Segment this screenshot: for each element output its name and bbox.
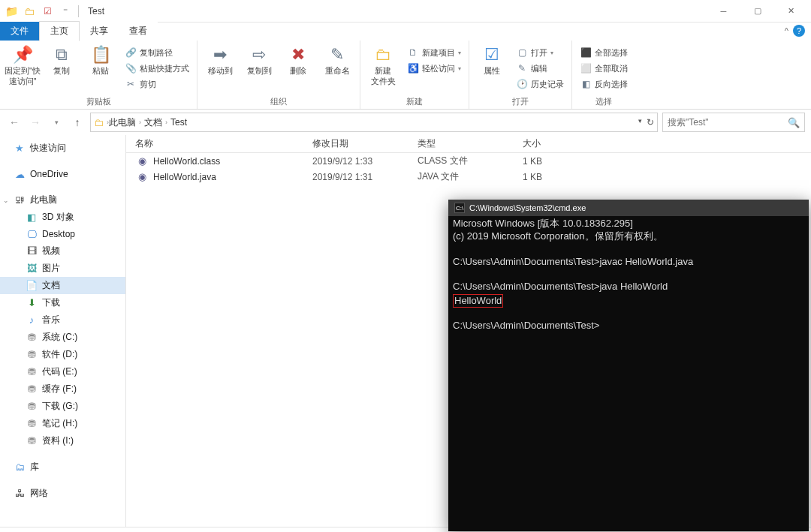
rename-button[interactable]: ✎重命名 — [319, 42, 355, 77]
address-folder-icon: 🗀 — [94, 117, 104, 128]
music-icon: ♪ — [26, 314, 38, 326]
cube-icon: ◧ — [26, 212, 38, 224]
col-date[interactable]: 修改日期 — [306, 137, 412, 150]
search-box[interactable]: 🔍 — [662, 113, 805, 132]
paste-button[interactable]: 📋粘贴 — [83, 42, 119, 77]
sidebar-item-drive-f[interactable]: ⛃缓存 (F:) — [0, 380, 125, 398]
paste-shortcut-button[interactable]: 📎粘贴快捷方式 — [122, 61, 192, 76]
tab-file[interactable]: 文件 — [0, 22, 39, 41]
qat-check-icon[interactable]: ☑ — [39, 3, 56, 20]
address-dropdown-icon[interactable]: ▾ — [638, 117, 642, 128]
search-icon[interactable]: 🔍 — [788, 117, 800, 128]
tab-view[interactable]: 查看 — [119, 22, 158, 41]
newfolder-icon: 🗀 — [375, 45, 391, 65]
sidebar-item-pictures[interactable]: 🖼图片 — [0, 260, 125, 277]
new-folder-button[interactable]: 🗀新建 文件夹 — [365, 42, 401, 86]
select-none-button[interactable]: ⬜全部取消 — [577, 61, 631, 76]
new-item-button[interactable]: 🗋新建项目▾ — [404, 45, 464, 60]
expand-icon[interactable]: ⌄ — [3, 197, 9, 204]
open-button[interactable]: ▢打开▾ — [513, 45, 567, 60]
col-name[interactable]: 名称 — [126, 137, 306, 150]
properties-button[interactable]: ☑属性 — [474, 42, 510, 77]
delete-button[interactable]: ✖删除 — [280, 42, 316, 77]
cmd-title-bar[interactable]: C:\ C:\Windows\System32\cmd.exe — [448, 200, 809, 216]
sidebar-item-downloads[interactable]: ⬇下载 — [0, 294, 125, 311]
crumb-pc[interactable]: 此电脑 — [109, 116, 136, 129]
new-group-label: 新建 — [365, 95, 464, 109]
tab-share[interactable]: 共享 — [80, 22, 119, 41]
search-input[interactable] — [668, 117, 788, 128]
sidebar-item-videos[interactable]: 🎞视频 — [0, 242, 125, 260]
maximize-button[interactable]: ▢ — [740, 0, 774, 23]
copy-path-button[interactable]: 🔗复制路径 — [122, 45, 192, 60]
rename-icon: ✎ — [330, 45, 344, 65]
sidebar-item-drive-e[interactable]: ⛃代码 (E:) — [0, 363, 125, 380]
sidebar-item-documents[interactable]: 📄文档 — [0, 277, 125, 294]
cmd-output[interactable]: Microsoft Windows [版本 10.0.18362.295] (c… — [448, 216, 809, 531]
invertsel-icon: ◧ — [580, 78, 592, 90]
cmd-highlighted-output: HelloWorld — [453, 294, 503, 308]
sidebar-libraries[interactable]: 🗂库 — [0, 458, 125, 476]
drive-icon: ⛃ — [26, 383, 38, 395]
history-button[interactable]: 🕑历史记录 — [513, 77, 567, 92]
sidebar-item-drive-g[interactable]: ⛃下载 (G:) — [0, 398, 125, 415]
cut-icon: ✂ — [125, 78, 137, 90]
selectnone-icon: ⬜ — [580, 62, 592, 74]
copyto-icon: ⇨ — [252, 45, 266, 65]
tab-home[interactable]: 主页 — [39, 21, 80, 41]
cmd-icon: C:\ — [454, 203, 465, 213]
cut-button[interactable]: ✂剪切 — [122, 77, 192, 92]
minimize-button[interactable]: ─ — [707, 0, 740, 23]
paste-label: 粘贴 — [92, 66, 109, 76]
sidebar-network[interactable]: 🖧网络 — [0, 485, 125, 502]
refresh-icon[interactable]: ↻ — [647, 117, 654, 128]
close-button[interactable]: ✕ — [774, 0, 808, 23]
address-bar[interactable]: 🗀 › 此电脑› 文档› Test ▾ ↻ — [90, 113, 658, 132]
star-icon: ★ — [14, 143, 26, 155]
qat-folder-icon[interactable]: 🗀 — [21, 3, 38, 20]
sidebar-item-desktop[interactable]: 🖵Desktop — [0, 226, 125, 242]
file-row[interactable]: ◉HelloWorld.java 2019/9/12 1:31 JAVA 文件 … — [126, 169, 811, 185]
nav-pane[interactable]: ★快速访问 ☁OneDrive ⌄🖳此电脑 ◧3D 对象 🖵Desktop 🎞视… — [0, 135, 126, 527]
desktop-icon: 🖵 — [26, 228, 38, 240]
forward-button[interactable]: → — [27, 114, 44, 131]
library-icon: 🗂 — [14, 461, 26, 473]
copy-button[interactable]: ⧉复制 — [44, 42, 80, 77]
easy-access-button[interactable]: ♿轻松访问▾ — [404, 61, 464, 76]
invert-selection-button[interactable]: ◧反向选择 — [577, 77, 631, 92]
col-type[interactable]: 类型 — [412, 137, 517, 150]
col-size[interactable]: 大小 — [517, 137, 592, 150]
picture-icon: 🖼 — [26, 263, 38, 275]
drive-icon: ⛃ — [26, 418, 38, 430]
crumb-docs[interactable]: 文档 — [144, 116, 162, 129]
cmd-window[interactable]: C:\ C:\Windows\System32\cmd.exe Microsof… — [448, 200, 809, 531]
sidebar-item-music[interactable]: ♪音乐 — [0, 311, 125, 329]
back-button[interactable]: ← — [6, 114, 23, 131]
edit-button[interactable]: ✎编辑 — [513, 61, 567, 76]
pin-icon: 📌 — [13, 45, 33, 65]
crumb-test[interactable]: Test — [170, 117, 187, 128]
copy-to-button[interactable]: ⇨复制到 — [241, 42, 277, 77]
sidebar-item-drive-h[interactable]: ⛃笔记 (H:) — [0, 415, 125, 432]
file-row[interactable]: ◉HelloWorld.class 2019/9/12 1:33 CLASS 文… — [126, 153, 811, 169]
select-all-button[interactable]: ⬛全部选择 — [577, 45, 631, 60]
sidebar-quick-access[interactable]: ★快速访问 — [0, 140, 125, 157]
qat-dropdown-icon[interactable]: ⁼ — [57, 3, 74, 20]
drive-icon: ⛃ — [26, 435, 38, 447]
window-title: Test — [88, 6, 104, 17]
sidebar-item-drive-c[interactable]: ⛃系统 (C:) — [0, 329, 125, 346]
column-headers: 名称 修改日期 类型 大小 — [126, 135, 811, 153]
up-button[interactable]: ↑ — [69, 114, 86, 131]
sidebar-onedrive[interactable]: ☁OneDrive — [0, 166, 125, 182]
move-to-button[interactable]: ➡移动到 — [202, 42, 238, 77]
sidebar-this-pc[interactable]: ⌄🖳此电脑 — [0, 191, 125, 209]
select-group-label: 选择 — [577, 95, 631, 109]
help-icon[interactable]: ? — [793, 25, 805, 37]
sidebar-item-drive-i[interactable]: ⛃资料 (I:) — [0, 432, 125, 449]
ribbon-collapse-icon[interactable]: ^ — [785, 26, 788, 35]
pin-quick-access-button[interactable]: 📌固定到"快 速访问" — [5, 42, 41, 86]
recent-locations-button[interactable]: ▾ — [48, 114, 65, 131]
sidebar-item-drive-d[interactable]: ⛃软件 (D:) — [0, 346, 125, 363]
pin-label: 固定到"快 速访问" — [5, 66, 41, 86]
sidebar-item-3d[interactable]: ◧3D 对象 — [0, 209, 125, 226]
